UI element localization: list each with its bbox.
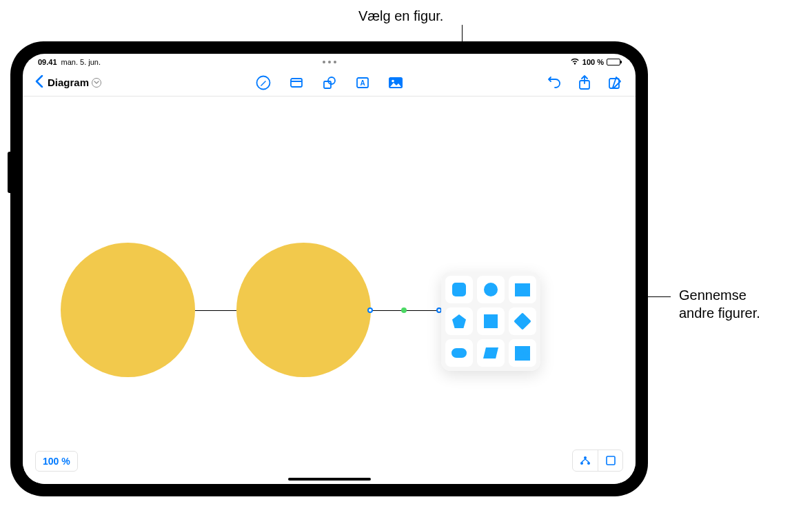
home-indicator[interactable] bbox=[288, 478, 371, 481]
shape-option-triangle[interactable] bbox=[509, 276, 536, 303]
multitask-indicator[interactable] bbox=[323, 61, 336, 63]
shape-tool-icon[interactable] bbox=[321, 74, 338, 91]
svg-point-4 bbox=[328, 77, 335, 84]
wifi-icon bbox=[570, 57, 580, 67]
textbox-tool-icon[interactable]: A bbox=[354, 74, 371, 91]
compose-icon[interactable] bbox=[607, 74, 623, 91]
connector-mid-handle[interactable] bbox=[401, 307, 407, 313]
zoom-level-button[interactable]: 100 % bbox=[35, 451, 78, 472]
back-button[interactable] bbox=[35, 74, 43, 92]
center-tools: A bbox=[255, 74, 404, 91]
svg-point-12 bbox=[580, 462, 583, 465]
svg-point-11 bbox=[584, 456, 587, 459]
right-tools bbox=[546, 74, 623, 91]
svg-rect-3 bbox=[324, 81, 331, 88]
shape-option-pentagon[interactable] bbox=[445, 307, 473, 335]
navigator-icon[interactable] bbox=[573, 450, 598, 471]
shape-option-rounded-square[interactable] bbox=[445, 276, 473, 303]
canvas[interactable]: ••• 100 % bbox=[23, 97, 636, 484]
shape-option-diamond[interactable] bbox=[509, 307, 536, 335]
document-title[interactable]: Diagram bbox=[48, 77, 89, 88]
canvas-shape-circle-1[interactable] bbox=[61, 243, 195, 377]
document-menu-chevron-icon[interactable] bbox=[92, 78, 101, 88]
canvas-shape-circle-2[interactable] bbox=[236, 243, 371, 377]
status-time: 09.41 bbox=[38, 58, 57, 66]
battery-icon bbox=[607, 59, 620, 65]
callout-browse-shapes: Gennemse andre figurer. bbox=[679, 286, 760, 322]
svg-rect-14 bbox=[607, 456, 615, 465]
shape-option-square[interactable] bbox=[477, 307, 505, 335]
svg-point-8 bbox=[392, 79, 394, 82]
svg-point-13 bbox=[587, 462, 590, 465]
status-battery-pct: 100 % bbox=[582, 58, 604, 66]
callout-right-line1: Gennemse bbox=[679, 287, 747, 303]
pen-tool-icon[interactable] bbox=[255, 74, 272, 91]
note-tool-icon[interactable] bbox=[288, 74, 305, 91]
undo-icon[interactable] bbox=[546, 74, 562, 91]
svg-rect-1 bbox=[291, 79, 302, 87]
screen: 09.41 man. 5. jun. 100 % Diagram bbox=[23, 54, 636, 484]
connector-line-1[interactable] bbox=[195, 310, 236, 311]
image-tool-icon[interactable] bbox=[387, 74, 404, 91]
fit-view-icon[interactable] bbox=[598, 450, 622, 471]
svg-text:A: A bbox=[360, 79, 365, 87]
callout-right-line2: andre figurer. bbox=[679, 305, 760, 321]
shape-option-more[interactable]: ••• bbox=[509, 339, 536, 367]
bottom-right-controls bbox=[572, 450, 623, 472]
share-icon[interactable] bbox=[576, 74, 593, 91]
callout-choose-shape: Vælg en figur. bbox=[358, 7, 443, 25]
shape-option-pill[interactable] bbox=[445, 339, 473, 367]
ipad-frame: 09.41 man. 5. jun. 100 % Diagram bbox=[10, 41, 648, 496]
connector-start-handle[interactable] bbox=[367, 307, 373, 313]
shape-option-parallelogram[interactable] bbox=[477, 339, 505, 367]
status-date: man. 5. jun. bbox=[61, 58, 101, 66]
shape-option-circle[interactable] bbox=[477, 276, 505, 303]
shape-picker-popover: ••• bbox=[441, 272, 540, 371]
top-toolbar: Diagram A bbox=[23, 69, 636, 97]
